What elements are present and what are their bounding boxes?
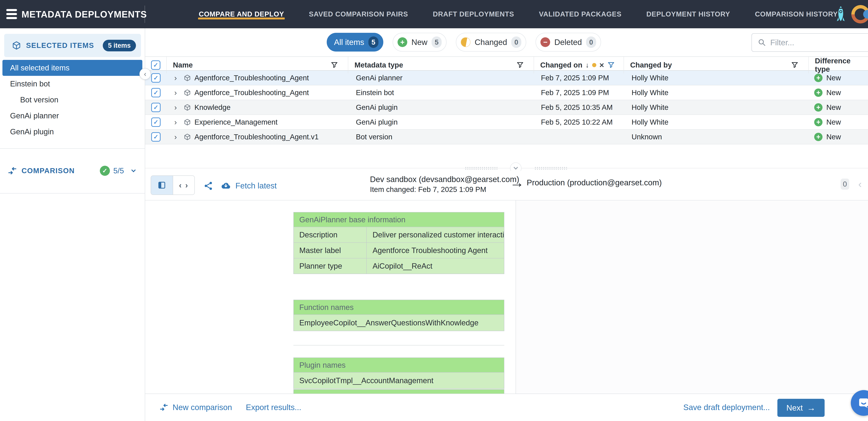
name-filter-icon[interactable] bbox=[331, 61, 338, 69]
filter-input[interactable] bbox=[770, 38, 867, 47]
splitter-grip[interactable] bbox=[465, 167, 497, 170]
tab-saved-comparison-pairs[interactable]: SAVED COMPARISON PAIRS bbox=[309, 0, 408, 28]
sidebar-item-bot-version[interactable]: Bot version bbox=[0, 92, 145, 108]
filter-tab-new[interactable]: + New 5 bbox=[393, 33, 446, 52]
row-expander-icon[interactable]: › bbox=[174, 103, 180, 112]
sidebar-item-all-selected-items[interactable]: All selected items bbox=[2, 60, 142, 76]
diff-row: Description Deliver personalized custome… bbox=[294, 227, 504, 243]
code-view-button[interactable]: ‹ › bbox=[173, 176, 194, 195]
menu-icon[interactable] bbox=[6, 9, 17, 19]
tab-comparison-history[interactable]: COMPARISON HISTORY bbox=[755, 0, 838, 28]
filter-tab-deleted[interactable]: − Deleted 0 bbox=[535, 33, 601, 52]
previous-diff-icon[interactable]: ‹ bbox=[858, 179, 862, 189]
select-all-checkbox[interactable]: ✓ bbox=[151, 60, 160, 70]
source-org-label: Dev sandbox (devsandbox@gearset.com) bbox=[370, 174, 509, 184]
diff-pager: 0 ‹ › bbox=[841, 179, 868, 190]
diff-table-title: GenAiPlanner base information bbox=[294, 213, 504, 227]
sidebar-item-genai-plugin[interactable]: GenAi plugin bbox=[0, 124, 145, 140]
new-difference-icon: + bbox=[814, 133, 823, 141]
diff-table-clipped-header bbox=[293, 389, 504, 394]
deleted-count-badge: 0 bbox=[586, 36, 596, 48]
row-checkbox[interactable]: ✓ bbox=[151, 73, 161, 83]
app-title: METADATA DEPLOYMENTS bbox=[22, 9, 147, 20]
selected-items-label: SELECTED ITEMS bbox=[26, 41, 94, 50]
new-count-badge: 5 bbox=[432, 36, 442, 48]
share-icon[interactable] bbox=[204, 181, 213, 191]
sort-descending-icon[interactable]: ↓ bbox=[586, 61, 589, 69]
arrow-right-icon: → bbox=[807, 403, 815, 413]
row-checkbox[interactable]: ✓ bbox=[151, 103, 161, 112]
source-to-target-arrow-icon: → bbox=[510, 174, 524, 191]
row-expander-icon[interactable]: › bbox=[174, 133, 180, 141]
diff-row: EmployeeCopilot__AnswerQuestionsWithKnow… bbox=[294, 315, 504, 331]
splitter-grip[interactable] bbox=[534, 167, 567, 170]
changed-on-filter-icon[interactable] bbox=[607, 61, 615, 69]
sidebar-item-genai-planner[interactable]: GenAi planner bbox=[0, 108, 145, 124]
row-checkbox[interactable]: ✓ bbox=[151, 118, 161, 127]
comparison-expand-icon[interactable] bbox=[131, 168, 135, 172]
table-view-button[interactable] bbox=[151, 176, 173, 195]
table-row[interactable]: ✓ › Agentforce_Troubleshooting_Agent Ein… bbox=[145, 86, 868, 100]
diff-table-function-names: Function names EmployeeCopilot__AnswerQu… bbox=[293, 300, 504, 331]
new-difference-icon: + bbox=[814, 74, 823, 82]
table-row[interactable]: ✓ › Agentforce_Troubleshooting_Agent.v1 … bbox=[145, 130, 868, 144]
row-expander-icon[interactable]: › bbox=[174, 73, 180, 82]
metadata-item-icon bbox=[184, 119, 191, 126]
comparison-progress: 5/5 bbox=[113, 166, 124, 175]
new-comparison-button[interactable]: New comparison bbox=[159, 402, 232, 412]
diff-row: Planner type AiCopilot__ReAct bbox=[294, 258, 504, 274]
diff-table-title: Plugin names bbox=[294, 358, 504, 373]
package-icon bbox=[12, 41, 21, 50]
detail-toolbar: ‹ › Fetch latest Dev sandbox (devsandbox… bbox=[145, 171, 868, 200]
panel-splitter[interactable] bbox=[145, 165, 868, 171]
sidebar-item-einstein-bot[interactable]: Einstein bot bbox=[0, 76, 145, 92]
next-button[interactable]: Next → bbox=[777, 399, 825, 417]
export-results-button[interactable]: Export results... bbox=[246, 402, 301, 412]
active-filter-dot-icon bbox=[592, 63, 596, 67]
comparison-label: COMPARISON bbox=[22, 167, 75, 175]
top-bar: METADATA DEPLOYMENTS COMPARE AND DEPLOY … bbox=[0, 0, 868, 28]
fetch-latest-button[interactable]: Fetch latest bbox=[220, 180, 277, 191]
rocket-icon[interactable] bbox=[835, 5, 846, 23]
filter-tab-all-items[interactable]: All items 5 bbox=[327, 33, 383, 52]
search-icon bbox=[758, 38, 766, 47]
metadata-type-filter-icon[interactable] bbox=[516, 61, 524, 69]
metadata-item-icon bbox=[184, 89, 191, 96]
sidebar-collapse-button[interactable]: ‹ bbox=[140, 68, 151, 80]
clear-filter-icon[interactable]: × bbox=[599, 60, 604, 70]
footer-bar: New comparison Export results... Save dr… bbox=[145, 394, 868, 421]
cloud-download-icon bbox=[220, 180, 231, 191]
changed-icon bbox=[461, 37, 470, 47]
tab-deployment-history[interactable]: DEPLOYMENT HISTORY bbox=[646, 0, 730, 28]
filter-tab-changed[interactable]: Changed 0 bbox=[456, 33, 526, 52]
save-draft-deployment-button[interactable]: Save draft deployment... bbox=[683, 402, 770, 412]
comparison-icon bbox=[159, 403, 168, 412]
changed-count-badge: 0 bbox=[511, 36, 521, 48]
comparison-section-header[interactable]: COMPARISON ✓ 5/5 bbox=[0, 149, 145, 193]
filter-bar: All items 5 + New 5 Changed 0 − Deleted … bbox=[145, 28, 868, 57]
all-items-count-badge: 5 bbox=[368, 36, 378, 48]
diff-section-divider bbox=[293, 345, 504, 346]
tab-compare-and-deploy[interactable]: COMPARE AND DEPLOY bbox=[199, 0, 284, 28]
tab-draft-deployments[interactable]: DRAFT DEPLOYMENTS bbox=[433, 0, 514, 28]
row-checkbox[interactable]: ✓ bbox=[151, 88, 161, 97]
row-checkbox[interactable]: ✓ bbox=[151, 132, 161, 141]
row-expander-icon[interactable]: › bbox=[174, 88, 180, 97]
comparison-table: ✓ Name Metadata type Changed on ↓ × Chan… bbox=[145, 57, 868, 144]
table-header-row: ✓ Name Metadata type Changed on ↓ × Chan… bbox=[145, 57, 868, 71]
new-difference-icon: + bbox=[814, 103, 823, 111]
topbar-divider bbox=[145, 5, 145, 23]
chat-bubble-icon bbox=[857, 396, 868, 410]
changed-by-filter-icon[interactable] bbox=[791, 61, 799, 69]
row-expander-icon[interactable]: › bbox=[174, 118, 180, 127]
target-diff-pane bbox=[516, 200, 868, 394]
tab-validated-packages[interactable]: VALIDATED PACKAGES bbox=[539, 0, 621, 28]
table-row[interactable]: ✓ › Agentforce_Troubleshooting_Agent Gen… bbox=[145, 71, 868, 86]
app-root: METADATA DEPLOYMENTS COMPARE AND DEPLOY … bbox=[0, 0, 868, 421]
diff-row: SvcCopilotTmpl__AccountManagement bbox=[294, 373, 504, 389]
comparison-icon bbox=[8, 166, 17, 175]
table-row[interactable]: ✓ › Knowledge GenAi plugin Feb 5, 2025 1… bbox=[145, 100, 868, 115]
new-icon: + bbox=[398, 37, 407, 47]
splitter-line bbox=[145, 168, 868, 168]
table-row[interactable]: ✓ › Experience_Management GenAi plugin F… bbox=[145, 115, 868, 130]
